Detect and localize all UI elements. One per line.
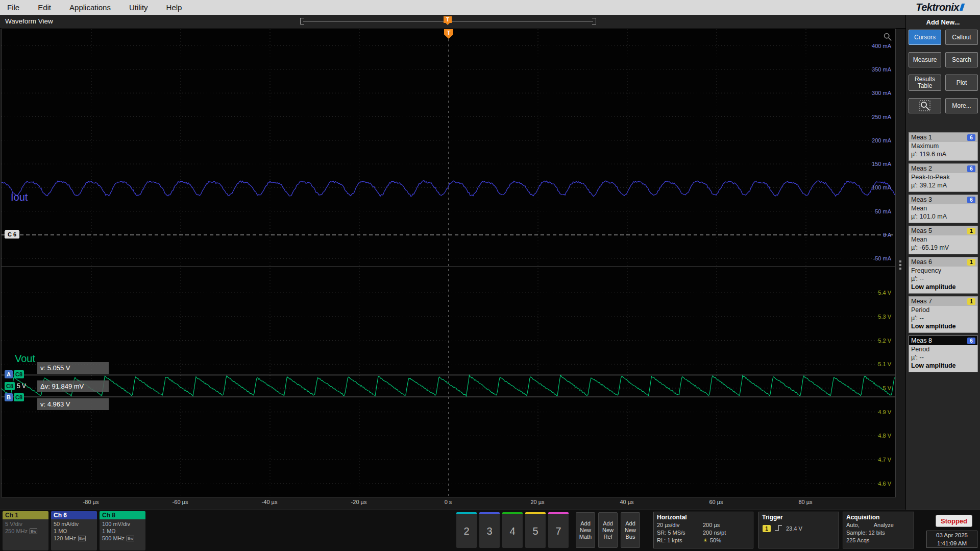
- plot-button[interactable]: Plot: [945, 75, 978, 91]
- time-text: 1:41:09 AM: [927, 539, 977, 547]
- x-tick-label: 80 µs: [798, 499, 812, 505]
- trigger-title: Trigger: [759, 512, 839, 521]
- channel-6-zero-badge[interactable]: C 6: [5, 230, 19, 238]
- acquisition-status-button[interactable]: Stopped: [936, 515, 972, 527]
- menu-item-edit[interactable]: Edit: [38, 3, 51, 12]
- oscilloscope-app: FileEditApplicationsUtilityHelp Tektroni…: [0, 0, 980, 551]
- horizontal-panel[interactable]: Horizontal 20 µs/div 200 µs SR: 5 MS/s 2…: [653, 512, 753, 548]
- menu-item-applications[interactable]: Applications: [69, 3, 111, 12]
- measurement-card-header: Meas 61: [909, 257, 977, 267]
- channel-settings: 5 V/div250 MHzBw: [3, 519, 48, 536]
- acquisition-mode: Auto,: [846, 521, 860, 529]
- channel-7-button[interactable]: 7: [548, 512, 569, 548]
- timeline-right-bracket: [592, 18, 596, 25]
- cursor-a-badge[interactable]: A: [5, 370, 13, 378]
- measurement-line: µ': --: [909, 353, 977, 362]
- cursor-b-handle[interactable]: B C8: [5, 393, 24, 401]
- horizontal-window: 200 µs: [703, 521, 720, 529]
- measurement-card-header: Meas 16: [909, 133, 977, 142]
- measurement-line: Low amplitude: [909, 322, 977, 330]
- acquisition-panel[interactable]: Acquisition Auto, Analyze Sample: 12 bit…: [843, 512, 914, 548]
- acquisition-title: Acquisition: [843, 512, 914, 521]
- callout-button[interactable]: Callout: [945, 30, 978, 45]
- menu-item-help[interactable]: Help: [166, 3, 182, 12]
- y-tick-label: 4.9 V: [878, 409, 891, 415]
- channel-badge-ch8[interactable]: Ch 8100 mV/div1 MΩ500 MHzBw: [100, 511, 145, 550]
- measurement-card-meas-1[interactable]: Meas 16Maximumµ': 119.6 mA: [909, 132, 978, 161]
- iout-trace-label: Iout: [11, 191, 28, 203]
- menu-bar: FileEditApplicationsUtilityHelp Tektroni…: [0, 0, 980, 15]
- sample-interval: 200 ns/pt: [703, 529, 726, 537]
- measurement-source-badge: 1: [967, 259, 975, 266]
- bandwidth-limit-icon: Bw: [78, 536, 86, 541]
- channel-badge-ch6[interactable]: Ch 650 mA/div1 MΩ120 MHzBw: [51, 511, 97, 550]
- intensity-icon: ☀: [703, 537, 710, 544]
- y-tick-label: 5.2 V: [878, 338, 891, 344]
- cursors-button[interactable]: Cursors: [909, 30, 941, 45]
- zoom-mode-button[interactable]: [909, 98, 941, 113]
- record-length: RL: 1 kpts: [657, 537, 703, 544]
- cursor-a-handle[interactable]: A C8: [5, 370, 24, 378]
- measurement-line: µ': 101.0 mA: [909, 212, 977, 221]
- channel-2-button[interactable]: 2: [456, 512, 477, 548]
- more-button[interactable]: More...: [945, 98, 978, 113]
- bandwidth-limit-icon: Bw: [127, 536, 134, 541]
- measurement-line: µ': --: [909, 275, 977, 283]
- menu-item-file[interactable]: File: [7, 3, 19, 12]
- measurement-card-meas-8[interactable]: Meas 86Periodµ': --Low amplitude: [909, 336, 978, 372]
- measurement-card-meas-6[interactable]: Meas 61Frequencyµ': --Low amplitude: [909, 257, 978, 294]
- acquisition-sample-bits: Sample: 12 bits: [843, 529, 914, 537]
- intensity-value: 50%: [710, 537, 721, 544]
- timeline-overview[interactable]: T: [300, 17, 596, 26]
- menu-item-utility[interactable]: Utility: [129, 3, 148, 12]
- tab-waveform-view[interactable]: Waveform View: [5, 17, 53, 25]
- measurement-line: Mean: [909, 204, 977, 212]
- channel-8-handle[interactable]: C8 5 V: [5, 382, 26, 390]
- measurement-card-header: Meas 51: [909, 226, 977, 235]
- measurement-card-header: Meas 26: [909, 164, 977, 173]
- y-tick-label: 350 mA: [872, 66, 891, 73]
- measurement-card-meas-2[interactable]: Meas 26Peak-to-Peakµ': 39.12 mA: [909, 163, 978, 192]
- horizontal-scale: 20 µs/div: [657, 521, 703, 529]
- add-new-bus-button[interactable]: AddNewBus: [621, 512, 640, 548]
- trigger-source-badge: 1: [763, 525, 771, 532]
- zoom-overlay-icon[interactable]: [883, 32, 893, 44]
- waveform-section: Waveform View T T Iout C 6 Vout v: 5.055…: [0, 15, 905, 510]
- measurement-card-meas-3[interactable]: Meas 36Meanµ': 101.0 mA: [909, 195, 978, 223]
- measurement-line: µ': --: [909, 314, 977, 322]
- x-tick-label: 40 µs: [620, 499, 633, 505]
- channel-5-button[interactable]: 5: [525, 512, 546, 548]
- waveform-canvas: [2, 29, 895, 497]
- channel-8-badge[interactable]: C8: [5, 382, 15, 390]
- trigger-position-flag[interactable]: T: [444, 16, 452, 23]
- graticule-splitter-handle[interactable]: [897, 259, 904, 274]
- channel-3-button[interactable]: 3: [479, 512, 500, 548]
- measure-button[interactable]: Measure: [909, 52, 941, 67]
- search-button[interactable]: Search: [945, 52, 978, 67]
- measurement-source-badge: 1: [967, 298, 975, 305]
- trigger-level-value: 23.4 V: [786, 525, 802, 532]
- waveform-display[interactable]: T Iout C 6 Vout v: 5.055 V Δv: 91.849 mV…: [1, 29, 896, 497]
- y-tick-label: 250 mA: [872, 114, 891, 120]
- measurement-card-header: Meas 71: [909, 297, 977, 306]
- vout-trace-label: Vout: [15, 353, 35, 365]
- tektronix-logo: Tektronix: [916, 2, 973, 13]
- results-table-button[interactable]: Results Table: [909, 75, 941, 91]
- add-new-ref-button[interactable]: AddNewRef: [598, 512, 618, 548]
- x-tick-label: -60 µs: [173, 499, 188, 505]
- measurement-line: Period: [909, 345, 977, 353]
- y-tick-label: 4.6 V: [878, 481, 891, 487]
- x-tick-label: -80 µs: [83, 499, 99, 505]
- y-tick-label: -50 mA: [873, 255, 891, 261]
- measurement-card-meas-7[interactable]: Meas 71Periodµ': --Low amplitude: [909, 296, 978, 333]
- channel-badge-ch1[interactable]: Ch 15 V/div250 MHzBw: [3, 511, 48, 550]
- cursor-a-readout: v: 5.055 V: [37, 362, 109, 374]
- channel-4-button[interactable]: 4: [502, 512, 523, 548]
- add-new-buttons: CursorsCalloutMeasureSearchResults Table…: [909, 30, 978, 113]
- cursor-a-channel-badge: C8: [14, 370, 24, 378]
- cursor-b-badge[interactable]: B: [5, 393, 13, 401]
- trigger-panel[interactable]: Trigger 1 23.4 V: [758, 512, 839, 548]
- add-new-math-button[interactable]: AddNewMath: [576, 512, 595, 548]
- acquisition-analyze: Analyze: [874, 521, 894, 529]
- measurement-card-meas-5[interactable]: Meas 51Meanµ': -65.19 mV: [909, 226, 978, 254]
